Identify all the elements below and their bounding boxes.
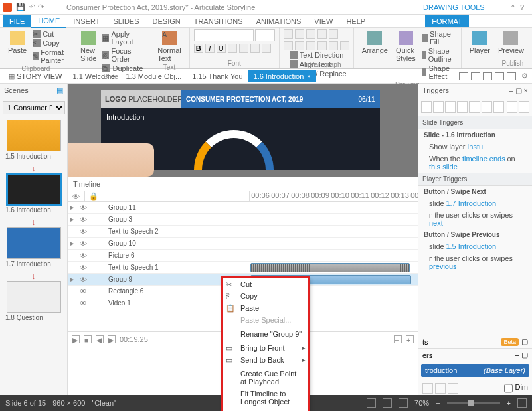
trigger-when[interactable]: When the timeline ends on this slide (418, 153, 532, 173)
device-tablet-l-icon[interactable] (471, 72, 480, 80)
variables-button[interactable] (507, 101, 517, 113)
timeline-track[interactable] (250, 262, 418, 273)
indent-left-button[interactable] (306, 29, 315, 39)
visibility-icon[interactable]: 👁 (80, 240, 89, 248)
thumb-1-5[interactable]: 1.5 Introduction (3, 120, 64, 161)
underline-button[interactable]: U (217, 44, 226, 53)
redo-icon[interactable]: ↷ (38, 3, 44, 11)
ctx-reset-timeline[interactable]: Reset Timeline to Default (223, 408, 308, 411)
numbering-button[interactable] (295, 29, 304, 39)
jump-prev-action[interactable]: slide 1.5 Introduction (418, 240, 532, 252)
object-name[interactable]: Group 10 (104, 240, 250, 247)
slide-tab-1[interactable]: 1.1 Welcome (67, 70, 120, 82)
italic-button[interactable]: I (205, 44, 215, 53)
ctx-cue-point[interactable]: Create Cue Point at Playhead (223, 368, 308, 388)
font-family-input[interactable] (194, 29, 254, 41)
thumb-1-7[interactable]: 1.7 Introduction (3, 227, 64, 269)
bullets-button[interactable] (284, 29, 293, 39)
ctx-cut[interactable]: ✂Cut (223, 278, 308, 290)
timeline-track[interactable]: Group 10 (250, 238, 418, 249)
text-direction-button[interactable]: Text Direction (288, 50, 349, 60)
cut-button[interactable]: ✂Cut (31, 29, 68, 39)
shape-fill-button[interactable]: Shape Fill (420, 29, 457, 46)
states-tab[interactable]: ts (422, 338, 428, 346)
slide-tab-2[interactable]: 1.3 Module Obj... (120, 70, 187, 82)
base-layer-item[interactable]: troduction(Base Layer) (421, 364, 529, 377)
fit-window-icon[interactable] (517, 398, 527, 408)
slide-tab-3[interactable]: 1.15 Thank You (187, 70, 248, 82)
jump-next-when[interactable]: n the user clicks or swipes next (418, 209, 532, 229)
move-down-button[interactable] (493, 101, 504, 113)
panel-expand-icon[interactable]: ▢ (521, 337, 528, 346)
slide-stage[interactable]: LOGO PLACEHOLDER CONSUMER PROTECTION ACT… (101, 90, 380, 170)
expand-icon[interactable]: ▸ (70, 203, 77, 212)
align-left-button[interactable] (284, 41, 293, 50)
ctx-paste[interactable]: 📋Paste (223, 302, 308, 314)
align-right-button[interactable] (306, 41, 315, 50)
font-size-input[interactable] (255, 29, 275, 41)
copy-trigger-button[interactable] (445, 101, 456, 113)
tab-view[interactable]: VIEW (308, 15, 339, 27)
new-slide-button[interactable]: New Slide (76, 29, 100, 73)
tab-format[interactable]: FORMAT (425, 15, 469, 27)
font-color-button[interactable] (262, 44, 271, 53)
object-name[interactable]: Picture 6 (104, 252, 250, 259)
device-tablet-p-icon[interactable] (483, 72, 492, 80)
jump-prev-when[interactable]: n the user clicks or swipes previous (418, 252, 532, 272)
dim-checkbox[interactable] (504, 383, 513, 394)
timeline-row[interactable]: 👁Picture 6🖼 15.png (68, 250, 418, 262)
trigger-action[interactable]: Show layer Instu (418, 141, 532, 153)
timeline-row[interactable]: ▸👁Group 3 (68, 214, 418, 226)
prev-button[interactable]: ◀ (96, 335, 104, 343)
line-spacing-button[interactable] (329, 29, 338, 39)
play-button[interactable]: ▶ (72, 335, 80, 343)
visibility-icon[interactable]: 👁 (80, 216, 89, 224)
timeline-row[interactable]: ▸👁Group 10Group 10 (68, 238, 418, 250)
zoom-in-button[interactable]: + (507, 399, 511, 407)
trigger-view-button[interactable] (519, 101, 529, 113)
visibility-icon[interactable]: 👁 (80, 252, 89, 260)
zoom-level[interactable]: 70% (414, 399, 429, 407)
undo-icon[interactable]: ↶ (29, 3, 35, 11)
case-button[interactable] (250, 44, 260, 53)
layers-tab[interactable]: ers (422, 351, 432, 359)
visibility-icon[interactable]: 👁 (80, 288, 89, 295)
tab-home[interactable]: HOME (31, 15, 66, 28)
move-up-button[interactable] (482, 101, 492, 113)
jump-next-action[interactable]: slide 1.7 Introduction (418, 197, 532, 209)
help-icon[interactable]: ? (520, 3, 524, 11)
timeline-row[interactable]: ▸👁Group 11 (68, 202, 418, 214)
expand-icon[interactable]: ▸ (70, 275, 77, 284)
visibility-icon[interactable]: 👁 (80, 264, 89, 272)
device-phone-l-icon[interactable] (495, 72, 504, 80)
settings-icon[interactable]: ⚙ (521, 72, 528, 80)
justify-button[interactable] (317, 41, 327, 50)
dup-layer-button[interactable] (435, 383, 446, 394)
align-center-button[interactable] (295, 41, 304, 50)
timeline-row[interactable]: 👁Text-to-Speech 1 (68, 262, 418, 274)
ctx-bring-front[interactable]: ▭Bring to Front▸ (223, 342, 308, 354)
object-name[interactable]: Group 3 (104, 216, 250, 223)
strike-button[interactable] (228, 44, 237, 53)
view-normal-icon[interactable] (367, 398, 376, 408)
close-tab-icon[interactable]: × (307, 73, 310, 80)
ctx-copy[interactable]: ⎘Copy (223, 290, 308, 302)
shadow-button[interactable] (239, 44, 248, 53)
timeline-track[interactable]: 🖼 15.png (250, 250, 418, 261)
timeline-row[interactable]: 👁Text-to-Speech 2 (68, 226, 418, 238)
save-icon[interactable]: 💾 (16, 3, 25, 11)
ctx-fit-timeline[interactable]: Fit Timeline to Longest Object (223, 388, 308, 408)
panel-expand-icon[interactable]: – ▢ (515, 351, 528, 359)
normal-text-button[interactable]: ANormal Text (153, 29, 185, 64)
timeline-track[interactable] (250, 214, 418, 225)
bold-button[interactable]: B (194, 44, 203, 53)
scenes-outline-icon[interactable]: ▤ (56, 86, 63, 95)
tab-animations[interactable]: ANIMATIONS (250, 15, 308, 27)
quick-styles-button[interactable]: Quick Styles (392, 29, 420, 81)
ctx-send-back[interactable]: ▭Send to Back▸ (223, 354, 308, 366)
slide-tab-4[interactable]: 1.6 Introduction× (248, 70, 316, 82)
preview-button[interactable]: Preview (494, 29, 528, 56)
player-button[interactable]: Player (466, 29, 494, 56)
zoom-out-timeline[interactable]: − (394, 335, 402, 343)
thumb-1-6[interactable]: 1.6 Introduction (3, 173, 64, 215)
